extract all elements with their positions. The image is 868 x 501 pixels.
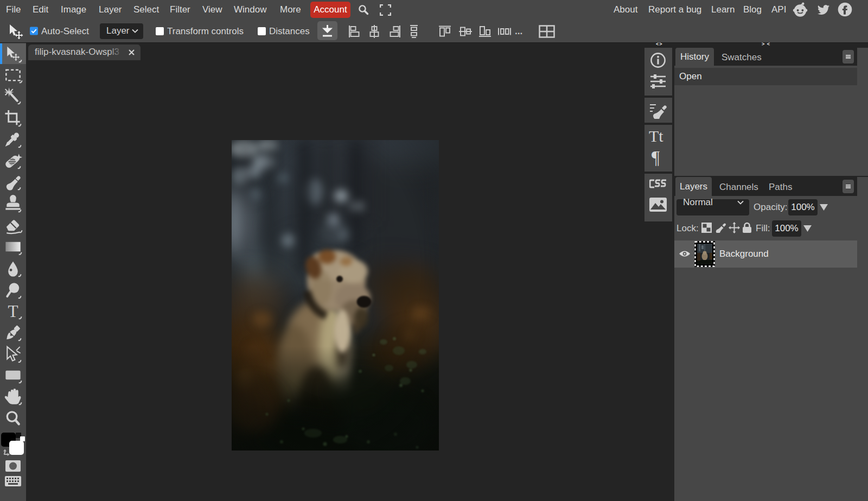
svg-text:T: T [8,302,18,321]
svg-text:...: ... [515,26,522,36]
